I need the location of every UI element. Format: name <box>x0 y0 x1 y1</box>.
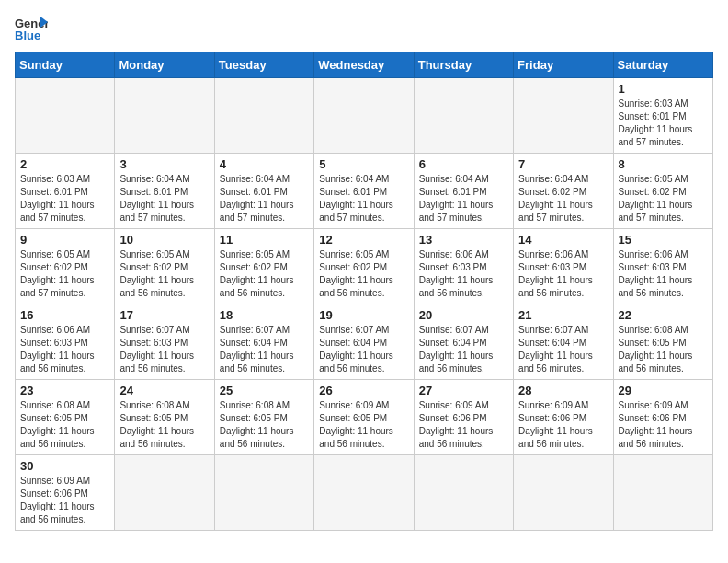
day-number: 30 <box>20 459 109 473</box>
day-number: 24 <box>119 384 209 397</box>
calendar-day-cell <box>115 455 214 531</box>
day-info: Sunrise: 6:04 AM Sunset: 6:02 PM Dayligh… <box>518 173 608 224</box>
day-of-week-header: Sunday <box>16 52 115 78</box>
day-number: 12 <box>319 233 408 247</box>
calendar-day-cell: 26Sunrise: 6:09 AM Sunset: 6:05 PM Dayli… <box>314 380 414 455</box>
calendar-day-cell: 15Sunrise: 6:06 AM Sunset: 6:03 PM Dayli… <box>613 229 712 304</box>
day-info: Sunrise: 6:08 AM Sunset: 6:05 PM Dayligh… <box>619 324 708 375</box>
day-number: 9 <box>20 233 109 247</box>
generalblue-logo-icon: General Blue <box>15 15 48 42</box>
day-number: 26 <box>319 384 408 397</box>
day-info: Sunrise: 6:07 AM Sunset: 6:04 PM Dayligh… <box>518 324 608 375</box>
svg-text:Blue: Blue <box>15 29 40 42</box>
calendar-week-row: 1Sunrise: 6:03 AM Sunset: 6:01 PM Daylig… <box>16 78 713 154</box>
calendar-day-cell: 29Sunrise: 6:09 AM Sunset: 6:06 PM Dayli… <box>613 380 712 455</box>
day-of-week-header: Saturday <box>613 52 712 78</box>
day-info: Sunrise: 6:04 AM Sunset: 6:01 PM Dayligh… <box>119 173 209 224</box>
day-number: 8 <box>619 157 708 171</box>
calendar-week-row: 9Sunrise: 6:05 AM Sunset: 6:02 PM Daylig… <box>16 229 713 304</box>
calendar-day-cell: 5Sunrise: 6:04 AM Sunset: 6:01 PM Daylig… <box>314 154 414 229</box>
day-number: 22 <box>619 308 708 322</box>
day-number: 10 <box>119 233 209 247</box>
day-info: Sunrise: 6:09 AM Sunset: 6:06 PM Dayligh… <box>619 399 708 451</box>
calendar-week-row: 16Sunrise: 6:06 AM Sunset: 6:03 PM Dayli… <box>16 304 713 380</box>
day-info: Sunrise: 6:08 AM Sunset: 6:05 PM Dayligh… <box>20 399 109 451</box>
calendar-table: SundayMondayTuesdayWednesdayThursdayFrid… <box>15 52 713 531</box>
day-of-week-header: Monday <box>115 52 214 78</box>
day-number: 25 <box>220 384 309 397</box>
day-number: 4 <box>220 157 309 171</box>
day-info: Sunrise: 6:05 AM Sunset: 6:02 PM Dayligh… <box>220 248 309 300</box>
day-info: Sunrise: 6:05 AM Sunset: 6:02 PM Dayligh… <box>20 248 109 300</box>
calendar-day-cell <box>16 78 115 154</box>
calendar-day-cell <box>314 78 414 154</box>
day-info: Sunrise: 6:06 AM Sunset: 6:03 PM Dayligh… <box>619 248 708 300</box>
calendar-day-cell: 17Sunrise: 6:07 AM Sunset: 6:03 PM Dayli… <box>115 304 214 380</box>
calendar-day-cell: 12Sunrise: 6:05 AM Sunset: 6:02 PM Dayli… <box>314 229 414 304</box>
day-number: 7 <box>518 157 608 171</box>
day-number: 28 <box>518 384 608 397</box>
calendar-day-cell <box>314 455 414 531</box>
day-info: Sunrise: 6:09 AM Sunset: 6:06 PM Dayligh… <box>419 399 508 451</box>
calendar-day-cell: 21Sunrise: 6:07 AM Sunset: 6:04 PM Dayli… <box>514 304 613 380</box>
calendar-day-cell: 10Sunrise: 6:05 AM Sunset: 6:02 PM Dayli… <box>115 229 214 304</box>
calendar-day-cell: 14Sunrise: 6:06 AM Sunset: 6:03 PM Dayli… <box>514 229 613 304</box>
day-number: 14 <box>518 233 608 247</box>
day-number: 15 <box>619 233 708 247</box>
calendar-day-cell <box>214 455 313 531</box>
calendar-day-cell: 7Sunrise: 6:04 AM Sunset: 6:02 PM Daylig… <box>514 154 613 229</box>
calendar-day-cell: 13Sunrise: 6:06 AM Sunset: 6:03 PM Dayli… <box>414 229 513 304</box>
day-info: Sunrise: 6:05 AM Sunset: 6:02 PM Dayligh… <box>319 248 408 300</box>
day-number: 11 <box>220 233 309 247</box>
calendar-day-cell: 11Sunrise: 6:05 AM Sunset: 6:02 PM Dayli… <box>214 229 313 304</box>
day-info: Sunrise: 6:05 AM Sunset: 6:02 PM Dayligh… <box>619 173 708 224</box>
calendar-week-row: 30Sunrise: 6:09 AM Sunset: 6:06 PM Dayli… <box>16 455 713 531</box>
day-info: Sunrise: 6:04 AM Sunset: 6:01 PM Dayligh… <box>319 173 408 224</box>
calendar-day-cell <box>613 455 712 531</box>
day-info: Sunrise: 6:08 AM Sunset: 6:05 PM Dayligh… <box>119 399 209 451</box>
day-info: Sunrise: 6:07 AM Sunset: 6:04 PM Dayligh… <box>419 324 508 375</box>
day-info: Sunrise: 6:09 AM Sunset: 6:06 PM Dayligh… <box>20 475 109 526</box>
day-number: 13 <box>419 233 508 247</box>
calendar-week-row: 2Sunrise: 6:03 AM Sunset: 6:01 PM Daylig… <box>16 154 713 229</box>
day-info: Sunrise: 6:06 AM Sunset: 6:03 PM Dayligh… <box>518 248 608 300</box>
page-header: General Blue <box>15 15 713 42</box>
day-info: Sunrise: 6:08 AM Sunset: 6:05 PM Dayligh… <box>220 399 309 451</box>
day-number: 16 <box>20 308 109 322</box>
day-number: 18 <box>220 308 309 322</box>
day-number: 5 <box>319 157 408 171</box>
calendar-day-cell: 30Sunrise: 6:09 AM Sunset: 6:06 PM Dayli… <box>16 455 115 531</box>
day-number: 29 <box>619 384 708 397</box>
calendar-day-cell: 23Sunrise: 6:08 AM Sunset: 6:05 PM Dayli… <box>16 380 115 455</box>
day-info: Sunrise: 6:09 AM Sunset: 6:06 PM Dayligh… <box>518 399 608 451</box>
calendar-day-cell: 19Sunrise: 6:07 AM Sunset: 6:04 PM Dayli… <box>314 304 414 380</box>
calendar-day-cell <box>514 455 613 531</box>
day-info: Sunrise: 6:07 AM Sunset: 6:04 PM Dayligh… <box>319 324 408 375</box>
day-info: Sunrise: 6:03 AM Sunset: 6:01 PM Dayligh… <box>20 173 109 224</box>
day-info: Sunrise: 6:06 AM Sunset: 6:03 PM Dayligh… <box>419 248 508 300</box>
day-info: Sunrise: 6:09 AM Sunset: 6:05 PM Dayligh… <box>319 399 408 451</box>
calendar-day-cell: 9Sunrise: 6:05 AM Sunset: 6:02 PM Daylig… <box>16 229 115 304</box>
day-number: 21 <box>518 308 608 322</box>
day-number: 17 <box>119 308 209 322</box>
day-of-week-header: Friday <box>514 52 613 78</box>
day-of-week-header: Thursday <box>414 52 513 78</box>
calendar-day-cell: 6Sunrise: 6:04 AM Sunset: 6:01 PM Daylig… <box>414 154 513 229</box>
calendar-day-cell <box>115 78 214 154</box>
day-number: 1 <box>619 82 708 96</box>
calendar-day-cell: 8Sunrise: 6:05 AM Sunset: 6:02 PM Daylig… <box>613 154 712 229</box>
day-of-week-header: Tuesday <box>214 52 313 78</box>
calendar-day-cell <box>414 78 513 154</box>
calendar-day-cell: 2Sunrise: 6:03 AM Sunset: 6:01 PM Daylig… <box>16 154 115 229</box>
day-info: Sunrise: 6:07 AM Sunset: 6:03 PM Dayligh… <box>119 324 209 375</box>
day-number: 3 <box>119 157 209 171</box>
day-number: 19 <box>319 308 408 322</box>
day-number: 27 <box>419 384 508 397</box>
day-number: 23 <box>20 384 109 397</box>
calendar-week-row: 23Sunrise: 6:08 AM Sunset: 6:05 PM Dayli… <box>16 380 713 455</box>
calendar-header-row: SundayMondayTuesdayWednesdayThursdayFrid… <box>16 52 713 78</box>
calendar-day-cell: 25Sunrise: 6:08 AM Sunset: 6:05 PM Dayli… <box>214 380 313 455</box>
day-number: 6 <box>419 157 508 171</box>
day-number: 2 <box>20 157 109 171</box>
calendar-day-cell <box>214 78 313 154</box>
